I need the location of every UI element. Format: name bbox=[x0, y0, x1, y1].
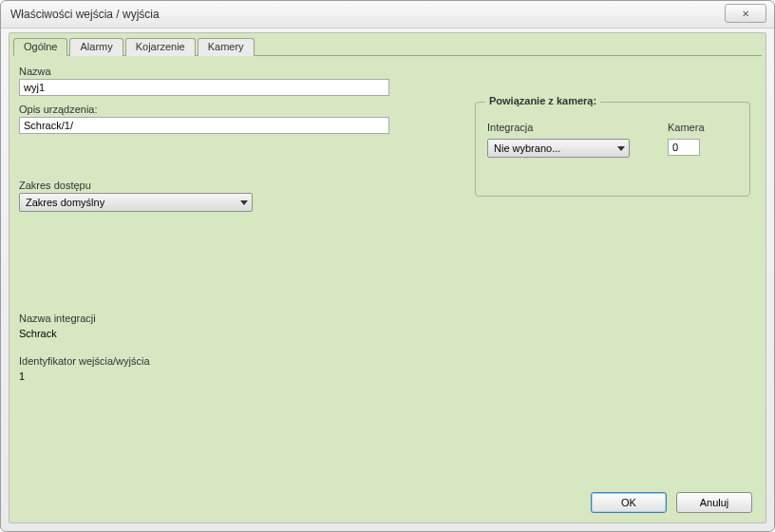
tab-cameras[interactable]: Kamery bbox=[198, 38, 255, 56]
client-area: Ogólne Alarmy Kojarzenie Kamery Nazwa Op… bbox=[9, 32, 766, 523]
label-device-desc: Opis urządzenia: bbox=[19, 104, 389, 115]
label-integration: Integracja bbox=[487, 122, 630, 133]
tab-general[interactable]: Ogólne bbox=[13, 38, 67, 56]
dialog-buttons: OK Anuluj bbox=[591, 492, 752, 513]
label-camera: Kamera bbox=[668, 122, 705, 133]
tab-alarms[interactable]: Alarmy bbox=[69, 38, 123, 56]
label-integration-name: Nazwa integracji bbox=[19, 313, 96, 324]
io-identifier-value: 1 bbox=[19, 370, 150, 382]
camera-number-input[interactable] bbox=[668, 139, 700, 156]
chevron-down-icon bbox=[617, 146, 625, 151]
chevron-down-icon bbox=[240, 200, 248, 205]
integration-name-value: Schrack bbox=[19, 328, 96, 339]
device-desc-input[interactable] bbox=[19, 117, 389, 134]
integration-combo-value: Nie wybrano... bbox=[494, 142, 560, 154]
camera-link-legend: Powiązanie z kamerą: bbox=[485, 95, 600, 106]
name-input[interactable] bbox=[19, 79, 389, 96]
tab-content-general: Nazwa Opis urządzenia: Zakres dostępu Za… bbox=[9, 56, 766, 488]
cancel-button[interactable]: Anuluj bbox=[676, 492, 752, 513]
access-scope-value: Zakres domyślny bbox=[26, 197, 104, 208]
camera-link-fieldset: Powiązanie z kamerą: Integracja Nie wybr… bbox=[475, 102, 750, 197]
close-icon: ✕ bbox=[742, 9, 749, 19]
dialog-window: Właściwości wejścia / wyjścia ✕ Ogólne A… bbox=[0, 0, 775, 532]
titlebar: Właściwości wejścia / wyjścia ✕ bbox=[1, 1, 774, 28]
tab-strip: Ogólne Alarmy Kojarzenie Kamery bbox=[9, 33, 766, 55]
tab-association[interactable]: Kojarzenie bbox=[125, 38, 196, 56]
integration-combo[interactable]: Nie wybrano... bbox=[487, 139, 630, 158]
window-title: Właściwości wejścia / wyjścia bbox=[10, 8, 160, 21]
close-button[interactable]: ✕ bbox=[725, 4, 766, 23]
access-scope-combo[interactable]: Zakres domyślny bbox=[19, 193, 253, 212]
label-io-identifier: Identyfikator wejścia/wyjścia bbox=[19, 355, 150, 367]
label-name: Nazwa bbox=[19, 66, 389, 77]
ok-button[interactable]: OK bbox=[591, 492, 667, 513]
label-access-scope: Zakres dostępu bbox=[19, 180, 253, 191]
